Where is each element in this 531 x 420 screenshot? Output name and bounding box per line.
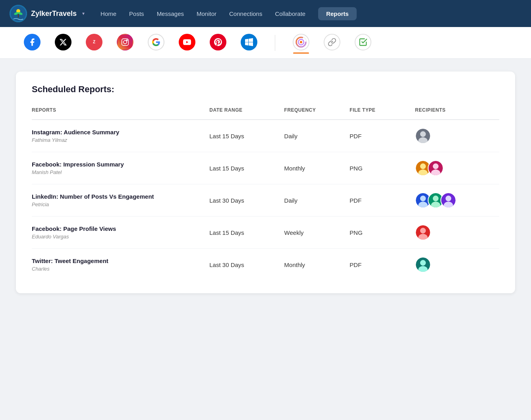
table-row[interactable]: Instagram: Audience SummaryFathima Yilma…: [32, 120, 499, 152]
table-row[interactable]: Facebook: Impression SummaryManish Patel…: [32, 152, 499, 184]
svg-point-33: [420, 228, 426, 233]
report-owner-2: Petricia: [32, 201, 209, 207]
report-name-0: Instagram: Audience Summary: [32, 129, 209, 135]
social-green[interactable]: [355, 34, 371, 52]
file-type-0: PDF: [349, 120, 415, 152]
col-reports: REPORTS: [32, 107, 209, 120]
date-range-1: Last 15 Days: [209, 152, 284, 184]
frequency-4: Monthly: [284, 249, 350, 281]
green-icon: [355, 34, 371, 50]
table-header-row: REPORTS DATE RANGE FREQUENCY FILE TYPE R…: [32, 107, 499, 120]
report-name-4: Twitter: Tweet Engagement: [32, 257, 209, 264]
file-type-3: PNG: [349, 217, 415, 249]
social-chain[interactable]: [324, 34, 340, 52]
nav-reports[interactable]: Reports: [318, 7, 357, 20]
nav-links: Home Posts Messages Monitor Connections …: [100, 7, 521, 20]
social-instagram[interactable]: [117, 34, 133, 52]
frequency-3: Weekly: [284, 217, 350, 249]
nav-posts[interactable]: Posts: [129, 10, 144, 17]
social-zoho[interactable]: Z: [86, 34, 102, 52]
date-range-0: Last 15 Days: [209, 120, 284, 152]
report-name-2: LinkedIn: Number of Posts Vs Engagement: [32, 193, 209, 200]
svg-point-18: [420, 163, 426, 169]
brand-logo: [10, 5, 27, 22]
svg-point-36: [420, 260, 426, 265]
frequency-1: Monthly: [284, 152, 350, 184]
brand[interactable]: ZylkerTravels ▾: [10, 5, 85, 22]
frequency-0: Daily: [284, 120, 350, 152]
svg-point-21: [433, 163, 438, 169]
social-bar: Z: [0, 27, 531, 59]
date-range-4: Last 30 Days: [209, 249, 284, 281]
nav-connections[interactable]: Connections: [229, 10, 262, 17]
zoho-icon: Z: [86, 34, 102, 50]
svg-point-15: [420, 131, 426, 137]
file-type-2: PDF: [349, 184, 415, 217]
reports-table: REPORTS DATE RANGE FREQUENCY FILE TYPE R…: [32, 107, 499, 281]
social-youtube[interactable]: [179, 34, 195, 52]
recipients-3: [415, 217, 499, 249]
page-title: Scheduled Reports:: [32, 84, 499, 95]
report-owner-3: Eduardo Vargas: [32, 234, 209, 240]
social-facebook[interactable]: [24, 34, 41, 52]
col-recipients: RECIPIENTS: [415, 107, 499, 120]
nav-messages[interactable]: Messages: [157, 10, 184, 17]
report-owner-0: Fathima Yilmaz: [32, 137, 209, 143]
chain-icon: [324, 34, 340, 50]
nav-collaborate[interactable]: Collaborate: [275, 10, 305, 17]
svg-point-24: [420, 195, 426, 201]
reports-card: Scheduled Reports: REPORTS DATE RANGE FR…: [16, 72, 515, 293]
svg-point-8: [126, 40, 127, 41]
report-name-1: Facebook: Impression Summary: [32, 161, 209, 168]
pinterest-icon: [210, 34, 226, 50]
social-twitter[interactable]: [55, 34, 71, 52]
col-date-range: DATE RANGE: [209, 107, 284, 120]
table-row[interactable]: LinkedIn: Number of Posts Vs EngagementP…: [32, 184, 499, 217]
table-row[interactable]: Twitter: Tweet EngagementCharlesLast 30 …: [32, 249, 499, 281]
file-type-4: PDF: [349, 249, 415, 281]
nav-monitor[interactable]: Monitor: [197, 10, 216, 17]
avatar: [415, 128, 431, 144]
avatar: [428, 160, 444, 176]
recipients-0: [415, 120, 499, 152]
report-owner-4: Charles: [32, 266, 209, 272]
date-range-3: Last 15 Days: [209, 217, 284, 249]
social-google[interactable]: [148, 34, 164, 52]
nav-home[interactable]: Home: [100, 10, 116, 17]
recipients-2: [415, 184, 499, 217]
social-zcircle[interactable]: [293, 34, 309, 52]
svg-point-30: [446, 195, 451, 201]
recipients-1: [415, 152, 499, 184]
avatar: [415, 257, 431, 273]
date-range-2: Last 30 Days: [209, 184, 284, 217]
youtube-icon: [179, 34, 195, 50]
recipients-4: [415, 249, 499, 281]
svg-point-13: [300, 41, 302, 43]
frequency-2: Daily: [284, 184, 350, 217]
zcircle-icon: [293, 34, 309, 50]
report-owner-1: Manish Patel: [32, 169, 209, 175]
main-content: Scheduled Reports: REPORTS DATE RANGE FR…: [0, 59, 531, 306]
table-row[interactable]: Facebook: Page Profile ViewsEduardo Varg…: [32, 217, 499, 249]
social-pinterest[interactable]: [210, 34, 226, 52]
facebook-icon: [24, 34, 41, 50]
instagram-icon: [117, 34, 133, 50]
svg-point-7: [124, 40, 127, 43]
svg-point-27: [433, 195, 438, 201]
avatar: [415, 225, 431, 240]
twitter-icon: [55, 34, 71, 50]
file-type-1: PNG: [349, 152, 415, 184]
col-frequency: FREQUENCY: [284, 107, 350, 120]
social-windows[interactable]: [241, 34, 257, 52]
report-name-3: Facebook: Page Profile Views: [32, 225, 209, 232]
brand-name: ZylkerTravels: [31, 10, 77, 18]
windows-icon: [241, 34, 257, 50]
social-bar-divider: [275, 35, 275, 51]
avatar: [440, 192, 456, 208]
col-file-type: FILE TYPE: [349, 107, 415, 120]
brand-chevron: ▾: [82, 11, 85, 16]
google-icon: [148, 34, 164, 50]
navbar: ZylkerTravels ▾ Home Posts Messages Moni…: [0, 0, 531, 27]
